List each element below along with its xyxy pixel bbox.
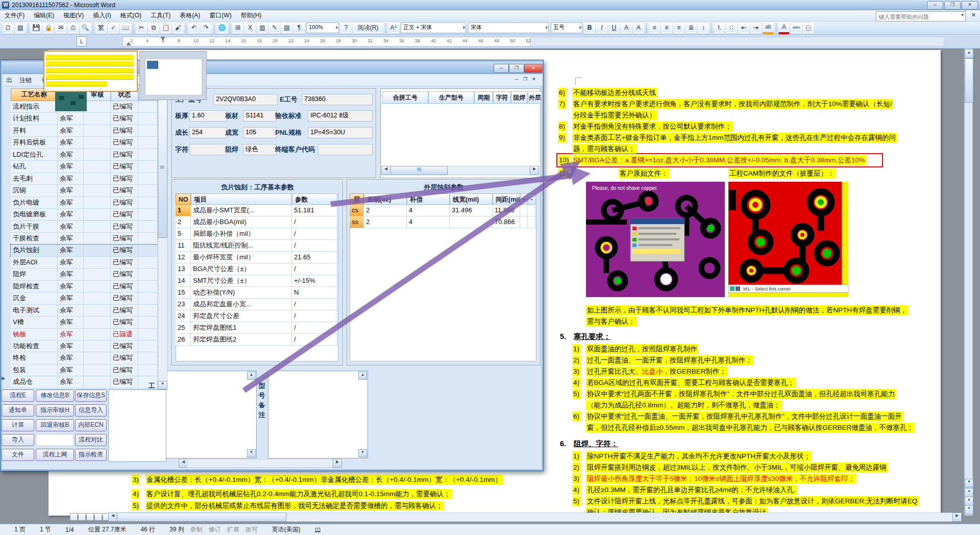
highlight-color-icon[interactable]: ab xyxy=(763,22,774,34)
increase-indent-icon[interactable]: ⇥ xyxy=(750,22,762,33)
columns-icon[interactable]: ▥ xyxy=(257,22,268,33)
etch-column-header[interactable]: 参数 xyxy=(292,193,337,205)
outer-cell[interactable]: 2 xyxy=(364,205,407,216)
etch-cell[interactable]: 24 xyxy=(176,310,191,322)
model-note-textarea[interactable]: ▲ ▼ xyxy=(268,371,368,458)
vertical-scrollbar[interactable]: ▲ ▼ ⏶ ● ⏷ xyxy=(964,48,973,516)
chevron-down-icon[interactable]: ▼ xyxy=(961,13,965,17)
save-icon[interactable]: 💾 xyxy=(31,22,42,33)
form-field-8[interactable] xyxy=(189,144,227,155)
menu-item-1[interactable]: 编辑(E) xyxy=(29,10,59,21)
close-button[interactable]: ✕ xyxy=(962,1,978,10)
outer-cell[interactable] xyxy=(528,216,535,228)
line-spacing-icon[interactable]: ↕ xyxy=(698,22,709,33)
etch-cell[interactable]: +/-15% xyxy=(292,275,337,287)
etch-cell[interactable]: / xyxy=(292,240,337,252)
undo-icon[interactable]: ↶ xyxy=(188,22,200,33)
etch-cell[interactable]: 成品最小BGA(mil) xyxy=(191,216,292,228)
etch-cell[interactable]: / xyxy=(292,216,337,228)
etch-cell[interactable]: 25 xyxy=(176,322,191,334)
dialog-button-流程对比[interactable]: 流程对比 xyxy=(75,434,107,446)
scroll-up-icon[interactable]: ▲ xyxy=(965,50,973,58)
outer-column-header[interactable]: - xyxy=(528,193,535,205)
etch-cell[interactable]: 14 xyxy=(176,275,191,287)
etch-cell[interactable]: 26 xyxy=(176,334,191,346)
bullets-icon[interactable]: ∷ xyxy=(726,22,737,33)
merge-hscroll-thumb[interactable]: |||| xyxy=(390,166,448,175)
dialog-listbox[interactable] xyxy=(108,390,166,462)
outer-cell[interactable]: 31.496 xyxy=(450,205,493,216)
paste-icon[interactable]: 📋 xyxy=(160,22,172,33)
etch-cell[interactable]: 12 xyxy=(176,252,191,263)
form-field-0[interactable]: 2V2QV0B3A0 xyxy=(213,94,278,105)
document-close-icon[interactable]: ✕ xyxy=(971,12,976,18)
horizontal-ruler[interactable]: L 24681012141618202224262830323436384042… xyxy=(0,35,980,48)
previous-object-icon[interactable]: ⏶ xyxy=(965,488,973,497)
etch-cell[interactable]: 邦定焊盘图纸1 xyxy=(191,322,292,334)
dialog-button-流程E[interactable]: 流程E xyxy=(2,390,34,402)
process-table-row[interactable]: 外层AOI佘军已编写 xyxy=(11,257,158,269)
outer-column-header[interactable]: 间距(mil) xyxy=(493,193,520,205)
menu-item-2[interactable]: 视图(V) xyxy=(59,10,88,21)
process-table-row[interactable]: LDI定位孔佘军已编写 xyxy=(11,149,158,161)
process-vscroll-thumb[interactable] xyxy=(158,99,167,238)
mdi-restore-icon[interactable]: ❐ xyxy=(521,76,529,83)
process-table-row[interactable]: 沉铜佘军已编写 xyxy=(11,185,158,197)
process-table-row[interactable]: 负片蚀刻佘军已编写 xyxy=(11,245,158,256)
dialog-button-流程上网[interactable]: 流程上网 xyxy=(36,449,74,461)
mdi-close-icon[interactable]: ✕ xyxy=(530,76,538,83)
process-table-row[interactable]: 成品仓佘军已编写 xyxy=(11,376,158,388)
merge-column-header[interactable]: 外层 xyxy=(528,91,542,104)
form-field-4[interactable]: IPC-6012 Ⅱ级 xyxy=(308,110,373,121)
phonetic-icon[interactable]: wén xyxy=(791,22,802,33)
spelling-icon[interactable]: ✓ xyxy=(108,22,119,33)
email-icon[interactable]: ✉ xyxy=(55,22,66,33)
process-table-row[interactable]: 沉金佘军已编写 xyxy=(11,293,158,304)
document-map-icon[interactable]: ▤ xyxy=(281,22,292,33)
process-table-row[interactable]: 阻焊佘军已编写 xyxy=(11,269,158,280)
print-preview-icon[interactable]: 🔍 xyxy=(80,22,91,33)
form-field-9[interactable]: 绿色 xyxy=(243,144,277,155)
outer-cell[interactable]: 2 xyxy=(364,216,407,228)
next-object-icon[interactable]: ⏷ xyxy=(965,505,973,515)
etch-cell[interactable]: 15 xyxy=(176,287,191,299)
form-field-6[interactable]: 105 xyxy=(243,127,277,138)
status-toggle-2[interactable]: 扩展 xyxy=(227,525,239,534)
menu-item-5[interactable]: 工具(T) xyxy=(146,10,175,21)
dialog-menu-exit[interactable]: 出 xyxy=(6,76,12,85)
dialog-button-回退审核B[interactable]: 回退审核B xyxy=(36,419,74,431)
dialog-button-保存信息S[interactable]: 保存信息S xyxy=(75,390,107,402)
tab-stop-selector[interactable]: L xyxy=(77,36,87,46)
permission-icon[interactable]: 🔒 xyxy=(43,22,54,33)
etch-cell[interactable]: 成品最小SMT宽度(... xyxy=(191,205,292,216)
scroll-right-icon[interactable]: ▶ xyxy=(333,459,342,468)
process-table-row[interactable]: 包装佘军已编写 xyxy=(11,364,158,376)
status-toggle-1[interactable]: 修订 xyxy=(209,525,221,534)
read-mode-button[interactable]: 阅读(R) xyxy=(353,22,383,33)
process-table-row[interactable]: 负片干膜佘军已编写 xyxy=(11,221,158,233)
align-center-icon[interactable]: ≡ xyxy=(661,22,672,33)
outer-column-header[interactable]: + xyxy=(520,193,528,205)
etch-cell[interactable]: 23 xyxy=(176,299,191,310)
size-combo[interactable]: 五号 xyxy=(551,22,582,33)
dialog-close-button[interactable]: ✕ xyxy=(524,64,543,73)
menu-item-8[interactable]: 帮助(H) xyxy=(236,10,266,21)
etch-column-header[interactable]: NO xyxy=(176,193,191,205)
decrease-indent-icon[interactable]: ⇤ xyxy=(738,22,749,33)
dialog-button-计算[interactable]: 计算 xyxy=(2,419,34,431)
etch-cell[interactable]: 邦定焊盘图纸2 xyxy=(191,334,292,346)
process-table-row[interactable]: 功能检查佘军已编写 xyxy=(11,341,158,352)
etch-cell[interactable]: 阻抗线宽/线距控制... xyxy=(191,240,292,252)
styles-pane-icon[interactable]: A⁴ xyxy=(388,22,399,33)
show-hide-icon[interactable]: ¶ xyxy=(293,22,305,33)
menu-item-3[interactable]: 插入(I) xyxy=(88,10,115,21)
minimize-button[interactable]: ─ xyxy=(927,1,943,10)
form-field-7[interactable]: 1P=4S=30U xyxy=(308,127,373,138)
hyperlink-icon[interactable]: 🌐 xyxy=(216,22,228,33)
menu-item-4[interactable]: 格式(O) xyxy=(116,10,146,21)
etch-cell[interactable]: 1 xyxy=(176,205,191,216)
form-field-10[interactable] xyxy=(318,144,373,155)
merge-column-header[interactable]: 生产型号 xyxy=(428,91,474,104)
outer-cell[interactable]: 4 xyxy=(407,205,450,216)
merge-column-header[interactable]: 字符 xyxy=(493,91,511,104)
